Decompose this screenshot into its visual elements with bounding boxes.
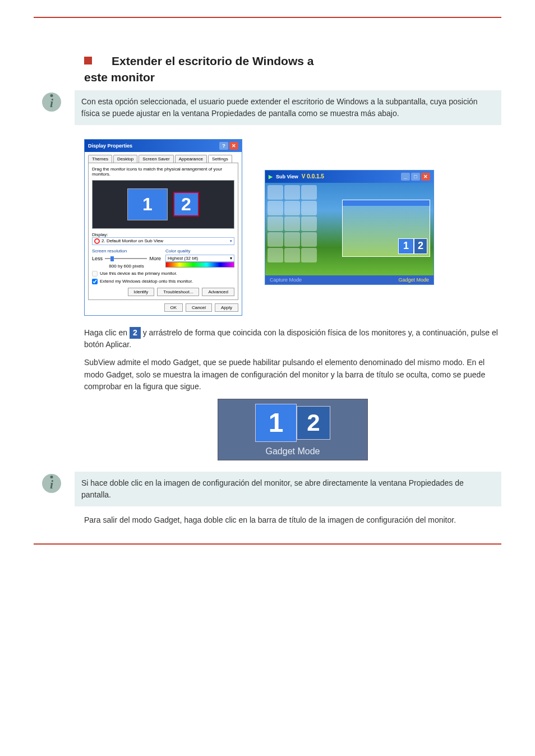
display-select[interactable]: 2. Default Monitor on Sub View ▾ <box>92 237 234 245</box>
chevron-down-icon: ▾ <box>230 256 232 261</box>
color-quality-select[interactable]: Highest (32 bit) ▾ <box>165 255 234 262</box>
mini-monitor-2-icon: 2 <box>414 238 427 254</box>
maximize-icon[interactable]: □ <box>411 173 420 181</box>
dp-tabs: Themes Desktop Screen Saver Appearance S… <box>85 152 242 163</box>
info-icon-wrapper: i <box>42 93 61 112</box>
tab-themes[interactable]: Themes <box>88 155 112 163</box>
extend-desktop-label: Extend my Windows desktop onto this moni… <box>100 279 193 284</box>
page-footer <box>34 550 501 557</box>
subview-version: V 0.0.1.5 <box>302 173 324 179</box>
section-heading-extend: Extender el escritorio de Windows a este… <box>84 52 501 86</box>
help-icon[interactable]: ? <box>219 142 228 150</box>
identify-button[interactable]: Identify <box>128 288 155 296</box>
content-area: Extender el escritorio de Windows a este… <box>84 52 501 527</box>
note-text: Si hace doble clic en la imagen de confi… <box>75 472 501 506</box>
gadget-monitor-2-icon: 2 <box>297 406 330 440</box>
dp-title-text: Display Properties <box>88 143 132 149</box>
gadget-mode-link[interactable]: Gadget Mode <box>398 277 429 283</box>
monitor-2-inline-icon: 2 <box>130 327 141 339</box>
subview-title: Sub View <box>276 174 298 179</box>
info-icon: i <box>42 93 61 112</box>
desktop-icons <box>268 185 321 266</box>
advanced-button[interactable]: Advanced <box>202 288 234 296</box>
troubleshoot-button[interactable]: Troubleshoot... <box>157 288 199 296</box>
top-divider <box>34 17 501 18</box>
subview-desktop: 1 2 <box>265 183 433 275</box>
subview-window: ▶ Sub View V 0.0.1.5 _ □ ✕ <box>265 170 434 285</box>
minimize-icon[interactable]: _ <box>401 173 410 181</box>
screenshot-row: Display Properties ? ✕ Themes Desktop Sc… <box>84 139 501 316</box>
color-quality-label: Color quality <box>165 248 234 253</box>
primary-monitor-label: Use this device as the primary monitor. <box>100 271 177 276</box>
extend-desktop-input[interactable] <box>92 279 98 284</box>
color-quality-group: Color quality Highest (32 bit) ▾ <box>165 248 234 269</box>
dp-body: Drag the monitor icons to match the phys… <box>88 163 238 300</box>
bottom-divider <box>34 543 501 545</box>
info-note-1: i Con esta opción seleccionada, el usuar… <box>42 90 501 125</box>
resolution-slider[interactable]: Less More <box>92 256 161 261</box>
cancel-button[interactable]: Cancel <box>186 303 212 312</box>
mini-monitor-1-icon: 1 <box>398 238 414 254</box>
dp-drag-text: Drag the monitor icons to match the phys… <box>92 167 234 177</box>
primary-monitor-input <box>92 271 98 276</box>
ok-button[interactable]: OK <box>164 303 183 312</box>
subview-titlebar[interactable]: ▶ Sub View V 0.0.1.5 _ □ ✕ <box>265 170 433 183</box>
info-icon-wrapper: i <box>42 474 61 493</box>
tab-settings[interactable]: Settings <box>208 155 232 163</box>
heading-line1: Extender el escritorio de Windows a <box>112 54 313 67</box>
heading-line2: este monitor <box>84 71 155 84</box>
capture-mode-link[interactable]: Capture Mode <box>270 277 302 283</box>
bullet-icon <box>84 57 92 64</box>
body-text-gadget-mode: SubView admite el modo Gadget, que se pu… <box>84 357 501 393</box>
close-icon[interactable]: ✕ <box>229 142 238 150</box>
note-text: Con esta opción seleccionada, el usuario… <box>75 90 501 125</box>
subview-nested-window[interactable]: 1 2 <box>342 200 430 257</box>
body-b: y arrástrelo de forma que coincida con l… <box>84 328 498 349</box>
color-gradient-icon <box>165 262 234 268</box>
monitor-1-icon[interactable]: 1 <box>127 188 168 220</box>
dp-titlebar[interactable]: Display Properties ? ✕ <box>85 140 242 152</box>
tab-appearance[interactable]: Appearance <box>175 155 207 163</box>
display-properties-dialog: Display Properties ? ✕ Themes Desktop Sc… <box>84 139 242 316</box>
tab-screensaver[interactable]: Screen Saver <box>139 155 173 163</box>
monitor-arrangement[interactable]: 1 2 <box>92 180 234 229</box>
gadget-mode-box[interactable]: 1 2 Gadget Mode <box>218 399 368 460</box>
resolution-value: 800 by 600 pixels <box>92 264 161 269</box>
body-a: Haga clic en <box>84 328 130 337</box>
display-select-value: 2. Default Monitor on Sub View <box>102 238 163 243</box>
gadget-monitor-1-icon: 1 <box>255 404 297 442</box>
screen-resolution-group: Screen resolution Less More 800 by 600 p… <box>92 248 161 269</box>
primary-monitor-checkbox[interactable]: Use this device as the primary monitor. <box>92 271 234 276</box>
monitor-2-icon[interactable]: 2 <box>173 192 199 216</box>
page: Extender el escritorio de Windows a este… <box>0 0 535 579</box>
subview-footer: Capture Mode Gadget Mode <box>265 275 433 284</box>
extend-desktop-checkbox[interactable]: Extend my Windows desktop onto this moni… <box>92 279 234 284</box>
color-quality-value: Highest (32 bit) <box>168 256 198 261</box>
chevron-down-icon: ▾ <box>230 239 232 243</box>
slider-more-label: More <box>149 256 161 261</box>
display-label: Display: <box>92 232 234 237</box>
apply-button[interactable]: Apply <box>215 303 238 312</box>
subview-logo-icon: ▶ <box>269 174 273 179</box>
body-text-drag-instruction: Haga clic en 2 y arrástrelo de forma que… <box>84 327 501 351</box>
tab-desktop[interactable]: Desktop <box>113 155 137 163</box>
body-text-exit-gadget: Para salir del modo Gadget, haga doble c… <box>84 514 501 527</box>
screen-res-label: Screen resolution <box>92 248 161 253</box>
close-icon[interactable]: ✕ <box>421 173 430 181</box>
gadget-mode-label: Gadget Mode <box>223 446 363 457</box>
info-icon: i <box>42 474 61 493</box>
info-note-2: i Si hace doble clic en la imagen de con… <box>42 472 501 506</box>
slider-less-label: Less <box>92 256 103 261</box>
